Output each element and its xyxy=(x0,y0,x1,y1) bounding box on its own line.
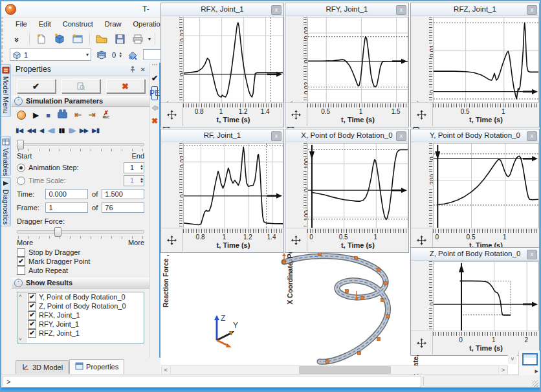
layers-icon[interactable] xyxy=(94,48,109,62)
timeline-track[interactable] xyxy=(17,143,144,146)
chart-close-button[interactable]: x xyxy=(527,131,537,141)
result-checkbox[interactable]: ✔ xyxy=(28,293,36,301)
frame-backward-icon[interactable]: ◀▮ xyxy=(47,127,54,134)
checkbox[interactable] xyxy=(17,267,25,275)
open-file-icon[interactable] xyxy=(94,32,109,46)
collapse-chevrons-icon[interactable]: » xyxy=(10,32,25,46)
chart-plot[interactable] xyxy=(183,17,283,103)
chart-close-button[interactable]: x xyxy=(527,5,537,15)
chart-close-button[interactable]: x xyxy=(396,131,406,141)
menu-item-construct[interactable]: Construct xyxy=(57,19,99,29)
command-line-input[interactable]: > xyxy=(3,376,421,387)
result-checkbox[interactable]: ✔ xyxy=(28,311,36,320)
chart-plot[interactable] xyxy=(433,143,539,228)
pan-button[interactable] xyxy=(161,228,183,252)
chart-canvas[interactable] xyxy=(184,17,283,102)
chart-plot[interactable] xyxy=(433,261,539,331)
pe-properties-icon[interactable]: PE xyxy=(151,86,158,100)
fast-forward-icon[interactable]: ▶▶ xyxy=(80,127,88,134)
jump-to-start-icon[interactable]: ⇤ xyxy=(74,111,82,119)
movie-camera-icon[interactable] xyxy=(58,112,67,118)
scrollbar-thumb[interactable] xyxy=(299,366,391,374)
chart-plot[interactable] xyxy=(183,143,283,228)
chart-titlebar[interactable]: RFX, Joint_1x xyxy=(161,3,283,16)
side-tab-model-menu[interactable]: Model Menu xyxy=(1,64,11,117)
delete-record-icon[interactable]: ✗REC xyxy=(103,111,110,120)
chart-canvas[interactable] xyxy=(184,144,283,228)
chart-close-button[interactable]: x xyxy=(396,5,406,15)
cancel-button[interactable]: ✖ xyxy=(106,79,145,93)
pan-button[interactable] xyxy=(161,103,183,126)
new-document-icon[interactable] xyxy=(34,32,49,46)
new-window-icon[interactable] xyxy=(70,32,85,46)
time-scale-radio[interactable] xyxy=(17,177,25,185)
scroll-up-icon[interactable]: ˄ xyxy=(19,293,22,299)
results-list[interactable]: ˄ ˅ ✔Y, Point of Body Rotation_0✔Z, Poin… xyxy=(17,292,144,343)
results-scrollbar[interactable]: ˄ ˅ xyxy=(17,292,27,343)
pause-icon[interactable]: ▮▮ xyxy=(59,127,65,134)
preview-button[interactable] xyxy=(61,79,100,93)
dragger-track[interactable] xyxy=(17,230,144,234)
dragger-force-slider[interactable] xyxy=(17,226,144,235)
chart-plot[interactable] xyxy=(307,143,408,228)
chart-canvas[interactable] xyxy=(434,17,538,102)
checkbox[interactable] xyxy=(17,248,25,257)
step-backward-icon[interactable]: ◀ xyxy=(39,127,44,134)
print-icon[interactable] xyxy=(130,32,146,46)
result-item[interactable]: ✔RFZ, Joint_1 xyxy=(28,329,144,338)
chart-canvas[interactable] xyxy=(308,17,408,102)
scroll-down-icon[interactable]: ˅ xyxy=(19,336,22,342)
window-layout-icon[interactable] xyxy=(522,353,538,365)
result-item[interactable]: ✔Z, Point of Body Rotation_0 xyxy=(28,301,144,310)
side-tab-variables[interactable]: Variables xyxy=(1,136,11,176)
checkbox[interactable]: ✔ xyxy=(17,257,25,266)
cancel-x-icon[interactable]: ✖ xyxy=(150,114,159,127)
timeline-slider[interactable] xyxy=(17,139,144,148)
chart-canvas[interactable] xyxy=(308,144,408,228)
menu-item-file[interactable]: File xyxy=(10,19,33,29)
chart-close-button[interactable]: x xyxy=(271,131,282,141)
model-selector-caret[interactable]: ▾ xyxy=(86,52,89,58)
result-item[interactable]: ✔RFY, Joint_1 xyxy=(28,320,144,329)
chart-titlebar[interactable]: Z, Point of Body Rotation_0x xyxy=(411,248,539,261)
result-checkbox[interactable]: ✔ xyxy=(28,329,36,338)
stop-icon[interactable]: ■ xyxy=(46,111,50,119)
result-item[interactable]: ✔Y, Point of Body Rotation_0 xyxy=(28,292,144,301)
layer-spinner[interactable]: ▲▼ xyxy=(118,52,122,58)
chart-canvas[interactable] xyxy=(434,144,538,228)
fill-style-icon[interactable] xyxy=(125,48,140,62)
save-file-icon[interactable] xyxy=(112,32,127,46)
jump-to-end-icon[interactable]: ⇥ xyxy=(89,111,96,119)
pan-button[interactable] xyxy=(285,228,307,252)
chart-close-button[interactable]: x xyxy=(271,5,282,15)
simulation-parameters-header[interactable]: ˆˆ Simulation Parameters xyxy=(12,95,149,107)
chart-titlebar[interactable]: X, Point of Body Rotation_0x xyxy=(285,129,408,142)
new-3d-model-icon[interactable] xyxy=(52,32,67,46)
pan-button[interactable] xyxy=(411,331,433,354)
bottom-tab-properties[interactable]: Properties xyxy=(69,359,124,374)
properties-panel-header[interactable]: Properties ✕ xyxy=(12,63,149,76)
dragger-thumb[interactable] xyxy=(54,227,61,237)
pin-icon[interactable] xyxy=(129,65,137,73)
pan-button[interactable] xyxy=(285,103,307,126)
pan-button[interactable] xyxy=(411,103,433,126)
go-to-end-icon[interactable]: ▶▮ xyxy=(92,127,99,134)
frame-forward-icon[interactable]: ▮▶ xyxy=(69,127,76,134)
panel-close-icon[interactable]: ✕ xyxy=(140,66,146,73)
chart-titlebar[interactable]: RFZ, Joint_1x xyxy=(411,3,539,16)
menu-item-draw[interactable]: Draw xyxy=(99,19,127,29)
frame-total-field[interactable]: 76 xyxy=(102,202,144,213)
chart-close-button[interactable]: x xyxy=(527,250,537,259)
preview-arrows-icon[interactable] xyxy=(150,102,159,114)
ok-check-icon[interactable]: ✔ xyxy=(150,72,159,85)
fast-backward-icon[interactable]: ◀◀ xyxy=(27,127,35,134)
mini-play-icon[interactable]: ▶ xyxy=(535,369,538,374)
workspace-horizontal-scrollbar[interactable]: < > xyxy=(161,365,508,375)
workspace-vertical-scroll-down[interactable]: ˅ xyxy=(508,355,517,364)
toolbar-grip[interactable] xyxy=(152,64,157,69)
chart-titlebar[interactable]: RFY, Joint_1x xyxy=(285,3,408,16)
frame-value-field[interactable]: 1 xyxy=(45,202,88,213)
scroll-right-icon[interactable]: > xyxy=(498,366,507,374)
chart-plot[interactable] xyxy=(307,17,408,103)
animation-step-spinbox[interactable]: 1▲▼ xyxy=(124,162,144,173)
